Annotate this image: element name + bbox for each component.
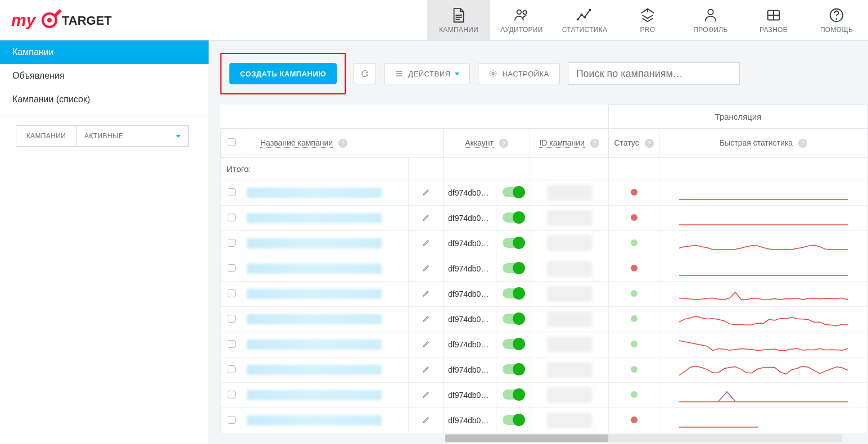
row-checkbox[interactable] [228,315,236,323]
nav-campaigns[interactable]: КАМПАНИИ [427,0,490,40]
help-icon[interactable]: ? [338,139,347,148]
pencil-icon[interactable] [422,314,431,323]
campaign-name-blurred [247,188,382,198]
help-icon[interactable]: ? [590,139,599,148]
help-icon[interactable]: ? [798,139,807,148]
campaign-id-blurred [547,185,592,201]
row-checkbox[interactable] [228,188,236,196]
horizontal-scrollbar[interactable] [445,434,842,442]
gear-icon [489,69,498,78]
cell-sparkline [659,332,868,357]
nav-statistics[interactable]: СТАТИСТИКА [553,0,616,40]
table-row[interactable]: df974db0… [221,231,868,256]
row-toggle[interactable] [503,187,524,197]
campaign-name-blurred [247,390,382,400]
nav-profile[interactable]: ПРОФИЛЬ [679,0,742,40]
pencil-icon[interactable] [422,264,431,273]
sidebar-item-ads[interactable]: Объявления [0,64,209,88]
table-row[interactable]: df974db0… [221,180,868,206]
pencil-icon[interactable] [422,238,431,247]
row-checkbox[interactable] [228,416,236,424]
cell-sparkline [659,357,868,383]
svg-point-7 [580,13,582,16]
help-icon[interactable]: ? [499,139,508,148]
table-row[interactable]: df974db0… [221,256,868,282]
pencil-icon[interactable] [422,213,431,222]
actions-dropdown[interactable]: ДЕЙСТВИЯ [384,63,470,84]
logo[interactable]: my TARGET [11,0,115,40]
nav-pro[interactable]: PRO [616,0,679,40]
chevron-down-icon [176,135,180,138]
campaign-name-blurred [247,213,382,223]
row-toggle[interactable] [503,263,524,273]
create-campaign-button[interactable]: СОЗДАТЬ КАМПАНИЮ [229,63,337,84]
pencil-icon[interactable] [422,188,431,197]
cell-account: df974db0… [444,231,496,256]
sidebar-item-campaigns-list[interactable]: Кампании (список) [0,88,209,111]
table-row[interactable]: df974db0… [221,332,868,357]
table-row[interactable]: df974db0… [221,408,868,433]
sidebar-item-campaigns[interactable]: Кампании [0,40,209,64]
document-icon [449,7,469,24]
status-dot [631,214,638,221]
row-checkbox[interactable] [228,214,236,221]
row-checkbox[interactable] [228,340,236,348]
row-toggle[interactable] [503,314,524,324]
campaign-id-blurred [547,311,592,327]
svg-point-2 [47,18,52,22]
table-row[interactable]: df974db0… [221,206,868,231]
header-name[interactable]: Название кампании ? [242,129,444,158]
row-checkbox[interactable] [228,289,236,297]
group-header-broadcast: Трансляция [609,105,868,129]
scrollbar-thumb[interactable] [445,434,608,442]
help-icon[interactable]: ? [645,139,654,148]
nav-misc[interactable]: РАЗНОЕ [742,0,805,40]
header-checkbox[interactable] [221,129,242,158]
header-status[interactable]: Статус ? [609,129,659,158]
row-checkbox[interactable] [228,239,236,247]
svg-point-5 [523,11,527,15]
table-row[interactable]: df974db0… [221,383,868,408]
cell-account: df974db0… [444,383,496,408]
table-row[interactable]: df974db0… [221,282,868,307]
svg-point-13 [836,18,838,20]
table-row[interactable]: df974db0… [221,357,868,383]
nav-label: ПРОФИЛЬ [693,26,727,34]
cell-account: df974db0… [444,282,496,307]
row-checkbox[interactable] [228,264,236,272]
status-dot [631,290,638,297]
nav-help[interactable]: ПОМОЩЬ [805,0,868,40]
campaign-name-blurred [247,238,382,248]
nav-label: СТАТИСТИКА [562,26,607,34]
row-checkbox[interactable] [228,391,236,398]
row-toggle[interactable] [503,339,524,349]
search-input[interactable] [568,62,740,85]
row-checkbox[interactable] [228,365,236,373]
pencil-icon[interactable] [422,339,431,348]
row-toggle[interactable] [503,364,524,374]
header-account[interactable]: Аккаунт ? [444,129,530,158]
campaign-id-blurred [547,210,592,226]
nav-audiences[interactable]: АУДИТОРИИ [490,0,553,40]
pencil-icon[interactable] [422,365,431,374]
header-id[interactable]: ID кампании ? [530,129,609,158]
campaign-id-blurred [547,261,592,277]
row-toggle[interactable] [503,212,524,223]
pencil-icon[interactable] [422,289,431,298]
settings-button[interactable]: НАСТРОЙКА [478,63,559,84]
pencil-icon[interactable] [422,415,431,424]
row-toggle[interactable] [503,238,524,248]
filter-entity[interactable]: КАМПАНИИ [16,125,76,147]
row-toggle[interactable] [503,288,524,298]
campaign-name-blurred [247,365,382,375]
row-toggle[interactable] [503,415,524,425]
header-quickstats[interactable]: Быстрая статистика ? [659,129,868,158]
refresh-icon [360,69,369,78]
table-row[interactable]: df974db0… [221,307,868,332]
pencil-icon[interactable] [422,390,431,399]
filter-status-dropdown[interactable]: АКТИВНЫЕ [76,125,189,147]
svg-text:TARGET: TARGET [62,13,112,28]
row-toggle[interactable] [503,389,524,400]
campaign-id-blurred [547,387,592,403]
refresh-button[interactable] [354,63,376,84]
